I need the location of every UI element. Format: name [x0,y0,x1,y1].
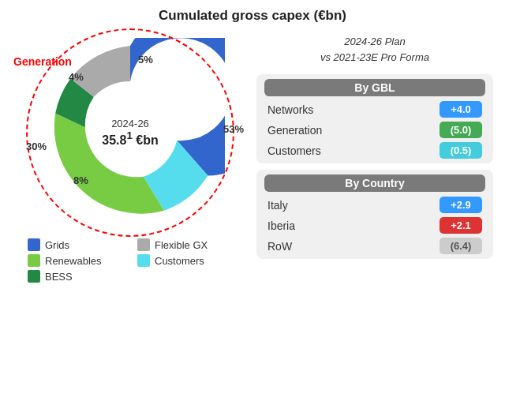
country-badge-row: (6.4) [440,238,482,254]
legend-renewables: Renewables [28,254,123,267]
segment-renewables [54,114,164,214]
legend-label-grids: Grids [45,239,69,251]
gbl-row-customers: Customers (0.5) [264,142,485,159]
legend-bess: BESS [28,270,123,283]
country-row-iberia: Iberia +2.1 [264,217,485,234]
by-country-section: By Country Italy +2.9 Iberia +2.1 RoW (6… [256,170,493,259]
by-gbl-header: By GBL [264,79,485,96]
legend-flexible-gx: Flexible GX [137,238,233,251]
country-label-iberia: Iberia [267,219,295,232]
country-badge-italy: +2.9 [440,197,482,213]
right-panel: 2024-26 Planvs 2021-23E Pro Forma By GBL… [256,30,493,259]
label-53: 53% [223,123,244,135]
chart-legend: Grids Flexible GX Renewables Customers B… [28,238,233,283]
legend-label-flexible-gx: Flexible GX [155,239,208,251]
gbl-badge-generation: (5.0) [440,122,482,138]
legend-customers: Customers [137,254,233,267]
gbl-row-generation: Generation (5.0) [264,122,485,138]
legend-color-customers [137,254,150,267]
legend-label-bess: BESS [45,271,73,283]
legend-label-renewables: Renewables [45,255,102,267]
legend-label-customers: Customers [155,255,204,267]
gbl-label-networks: Networks [267,103,313,116]
legend-color-flexible-gx [137,238,150,251]
donut-chart: Generation [36,38,225,227]
label-4: 4% [69,71,84,83]
legend-color-renewables [28,254,40,267]
gbl-row-networks: Networks +4.0 [264,101,485,118]
country-badge-iberia: +2.1 [440,217,482,234]
gbl-label-customers: Customers [267,144,321,157]
generation-label: Generation [13,55,72,68]
gbl-badge-customers: (0.5) [440,142,482,159]
gbl-badge-networks: +4.0 [440,101,482,118]
country-label-row: RoW [267,240,292,253]
subtitle: 2024-26 Planvs 2021-23E Pro Forma [256,34,493,65]
label-30: 30% [26,141,47,152]
main-container: Cumulated gross capex (€bn) Generation [0,0,505,420]
country-row-row: RoW (6.4) [264,238,485,254]
main-content: Generation [12,30,493,412]
label-8: 8% [73,174,88,186]
legend-color-grids [28,238,40,251]
by-country-header: By Country [264,174,485,192]
country-label-italy: Italy [267,199,288,212]
country-row-italy: Italy +2.9 [264,197,485,213]
page-title: Cumulated gross capex (€bn) [12,8,493,24]
legend-grids: Grids [28,238,123,251]
by-gbl-section: By GBL Networks +4.0 Generation (5.0) Cu… [256,74,493,163]
gbl-label-generation: Generation [267,124,322,137]
left-panel: Generation [12,30,249,283]
label-5: 5% [138,54,153,66]
legend-color-bess [28,270,40,283]
